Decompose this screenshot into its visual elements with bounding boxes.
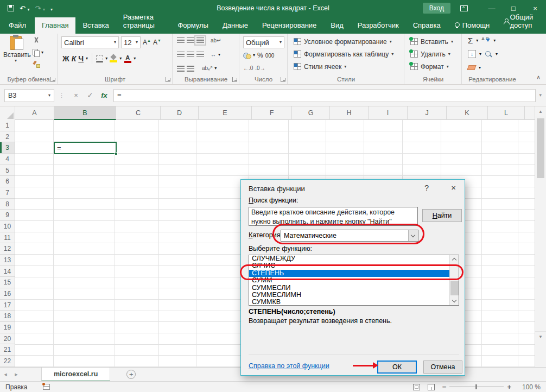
zoom-out-icon[interactable]: −: [442, 383, 447, 391]
ribbon-tab[interactable]: Разметка страницы: [116, 9, 171, 34]
style-button[interactable]: Стили ячеек ▾: [294, 60, 393, 73]
row-header[interactable]: 5: [0, 165, 15, 176]
comma-style-button[interactable]: 000: [265, 53, 275, 59]
collapse-ribbon-icon[interactable]: ∧: [536, 74, 541, 81]
merge-center-icon[interactable]: ↔: [211, 52, 216, 58]
listbox-scrollbar[interactable]: [449, 255, 459, 305]
decrease-indent-icon[interactable]: [177, 66, 185, 72]
percent-style-button[interactable]: %: [257, 52, 263, 59]
row-header[interactable]: 20: [0, 333, 15, 345]
category-dropdown[interactable]: Математические: [281, 230, 418, 242]
row-header[interactable]: 18: [0, 311, 15, 322]
column-header[interactable]: H: [330, 106, 369, 120]
cancel-formula-icon[interactable]: ×: [69, 91, 83, 99]
dialog-help-icon[interactable]: ?: [424, 184, 429, 192]
column-header[interactable]: B: [54, 106, 116, 120]
column-header[interactable]: C: [116, 106, 161, 120]
ribbon-tab[interactable]: Данные: [215, 17, 255, 34]
decrease-font-size-button[interactable]: А▼: [153, 39, 161, 46]
paste-button[interactable]: Вставить ▾: [3, 36, 28, 73]
align-bottom-icon[interactable]: [196, 37, 204, 43]
borders-icon[interactable]: [96, 55, 103, 62]
paste-dropdown-icon[interactable]: ▾: [3, 59, 28, 63]
enter-formula-icon[interactable]: ✓: [83, 91, 97, 99]
cells-button[interactable]: Вставить ▾: [410, 35, 453, 48]
row-header[interactable]: 12: [0, 243, 15, 255]
copy-icon[interactable]: [33, 49, 40, 56]
align-top-icon[interactable]: [177, 37, 185, 43]
row-header[interactable]: 22: [0, 356, 15, 367]
align-middle-icon[interactable]: [187, 37, 194, 43]
function-help-link[interactable]: Справка по этой функции: [249, 362, 329, 370]
fill-handle[interactable]: [115, 152, 118, 155]
function-list-item[interactable]: СЛЧИС: [249, 262, 459, 269]
function-list-item[interactable]: СУММКВ: [249, 299, 459, 306]
column-header[interactable]: G: [292, 106, 330, 120]
font-size-combo[interactable]: 12▾: [121, 36, 141, 48]
align-right-icon[interactable]: [196, 52, 204, 58]
dialog-close-icon[interactable]: ×: [451, 183, 456, 192]
cut-icon[interactable]: [33, 37, 40, 45]
sheet-tab-active[interactable]: microexcel.ru: [41, 368, 110, 382]
row-header[interactable]: 17: [0, 300, 15, 311]
ribbon-tab[interactable]: Вставка: [75, 17, 116, 34]
function-list-item[interactable]: СЛУЧМЕЖДУ: [249, 255, 459, 262]
row-header[interactable]: 8: [0, 199, 15, 210]
search-function-input[interactable]: Введите краткое описание действия, котор…: [249, 207, 418, 226]
row-header[interactable]: 15: [0, 277, 15, 288]
sort-filter-icon[interactable]: А Я: [481, 37, 490, 45]
ribbon-tab[interactable]: Общий доступ: [497, 9, 546, 34]
macro-record-icon[interactable]: [43, 384, 50, 390]
function-list-item[interactable]: СУММЕСЛИ: [249, 284, 459, 292]
font-color-icon[interactable]: А: [124, 55, 131, 63]
category-dropdown-chevron-icon[interactable]: [408, 230, 418, 241]
ribbon-display-options-icon[interactable]: [460, 5, 468, 11]
column-header[interactable]: J: [408, 106, 447, 120]
row-header[interactable]: 14: [0, 266, 15, 277]
ribbon-tab[interactable]: Файл: [0, 17, 35, 34]
listbox-scroll-thumb[interactable]: [450, 281, 459, 295]
formula-input[interactable]: =: [113, 89, 536, 102]
row-header[interactable]: 9: [0, 210, 15, 221]
next-sheet-icon[interactable]: ▸: [11, 371, 22, 378]
ribbon-tab[interactable]: Справка: [406, 17, 448, 34]
zoom-in-icon[interactable]: +: [507, 383, 511, 391]
page-break-view-icon[interactable]: [428, 384, 435, 390]
zoom-slider[interactable]: − +: [442, 383, 511, 391]
underline-button[interactable]: Ч: [78, 54, 84, 63]
align-left-icon[interactable]: [177, 52, 185, 58]
expand-formula-bar-icon[interactable]: ▾: [539, 93, 542, 98]
function-list-item[interactable]: СУММ: [249, 277, 459, 284]
function-list-item[interactable]: СУММЕСЛИМН: [249, 292, 459, 299]
ribbon-tab[interactable]: Помощн: [448, 17, 497, 34]
cells-button[interactable]: Удалить ▾: [410, 48, 453, 60]
row-header[interactable]: 7: [0, 187, 15, 199]
select-all-corner[interactable]: [0, 106, 15, 120]
ribbon-tab[interactable]: Формулы: [170, 17, 215, 34]
number-format-combo[interactable]: Общий▾: [243, 36, 284, 48]
scroll-down-icon[interactable]: ▼: [535, 331, 546, 342]
clipboard-dialog-launcher-icon[interactable]: [50, 77, 55, 82]
listbox-scroll-down-icon[interactable]: [450, 297, 459, 305]
find-button[interactable]: Найти: [422, 209, 462, 222]
clear-icon[interactable]: [467, 65, 476, 70]
zoom-thumb[interactable]: [475, 384, 477, 389]
cells-button[interactable]: Формат ▾: [410, 60, 453, 73]
orientation-icon[interactable]: ab⤢: [202, 65, 212, 72]
wrap-text-icon[interactable]: ab↵: [211, 37, 221, 43]
row-header[interactable]: 2: [0, 131, 15, 143]
column-header[interactable]: I: [369, 106, 408, 120]
ribbon-tab[interactable]: Разработчик: [351, 17, 406, 34]
fill-icon[interactable]: ↓: [468, 50, 476, 58]
column-header[interactable]: E: [199, 106, 252, 120]
ribbon-tab[interactable]: Вид: [323, 17, 351, 34]
row-header[interactable]: 3: [0, 142, 15, 154]
listbox-scroll-up-icon[interactable]: [450, 255, 459, 263]
column-header[interactable]: L: [488, 106, 525, 120]
format-painter-icon[interactable]: [33, 60, 40, 68]
accounting-format-icon[interactable]: [243, 52, 251, 59]
row-header[interactable]: 19: [0, 322, 15, 333]
ok-button[interactable]: ОК: [377, 361, 417, 374]
align-center-icon[interactable]: [187, 52, 194, 58]
increase-font-size-button[interactable]: А▲: [143, 39, 151, 46]
